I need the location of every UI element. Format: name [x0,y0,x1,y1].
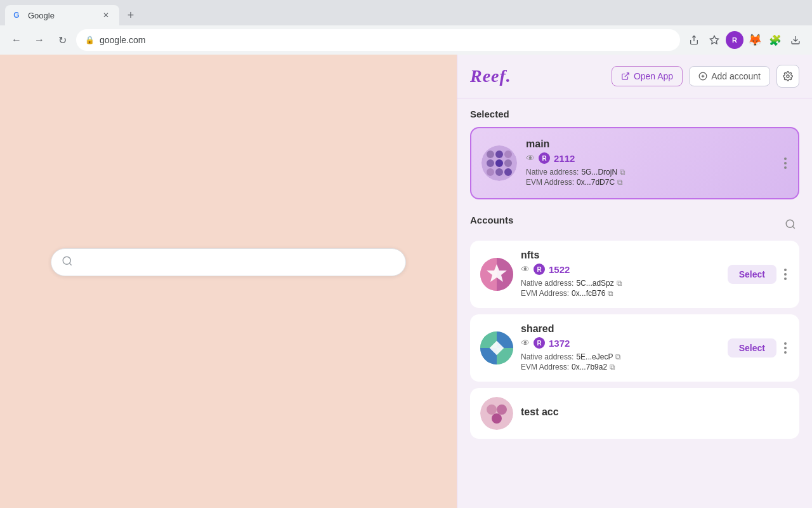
main-avatar-svg [481,145,517,181]
evm-address-label: EVM Address: [526,178,574,187]
shared-balance-number: 1372 [549,338,570,349]
svg-point-9 [495,150,503,158]
download-icon[interactable] [787,31,804,49]
nfts-account-name: nfts [521,250,720,261]
shared-reef-token-icon: R [534,337,545,349]
shared-account-info: shared 👁 R 1372 Native address: 5E...eJe… [521,323,720,373]
nfts-account-info: nfts 👁 R 1522 Native address: 5C...adSpz… [521,250,720,299]
nfts-more-button[interactable] [782,266,789,283]
selected-account-avatar [481,145,517,181]
reef-panel: Reef. Open App Add account [457,55,812,508]
settings-button[interactable] [776,65,799,88]
svg-point-10 [504,150,512,158]
nfts-evm-label: EVM Address: [521,289,569,298]
evm-address-value: 0x...7dD7C [577,178,615,187]
selected-account-card: main 👁 R 2112 Native address: 5G...DrojN… [470,127,799,199]
copy-shared-evm-icon[interactable]: ⧉ [610,363,615,371]
shared-card-actions: Select [728,338,789,358]
copy-shared-native-icon[interactable]: ⧉ [615,352,621,361]
test-avatar [480,397,513,430]
native-address-label: Native address: [526,168,579,177]
puzzle-icon[interactable]: 🧩 [766,31,784,49]
tab-title: Google [28,11,95,20]
svg-text:G: G [13,11,19,20]
tab-favicon: G [13,10,23,20]
tab-bar: G Google ✕ + [0,0,812,25]
shared-native-address-row: Native address: 5E...eJecP ⧉ [521,352,720,361]
selected-account-name: main [526,138,788,150]
svg-point-33 [492,413,502,424]
reef-token-icon: R [539,152,550,164]
copy-nfts-evm-icon[interactable]: ⧉ [608,289,613,298]
panel-body: Selected [457,98,812,508]
copy-evm-address-icon[interactable]: ⧉ [617,178,623,187]
share-icon[interactable] [685,31,703,49]
url-bar[interactable]: 🔒 google.com [76,29,680,51]
native-address-value: 5G...DrojN [581,168,617,177]
svg-point-15 [495,168,503,176]
address-bar: ← → ↻ 🔒 google.com R 🦊 🧩 [0,25,812,55]
new-tab-button[interactable]: + [122,6,140,24]
selected-account-more-button[interactable] [782,155,789,171]
google-search-bar[interactable] [51,248,406,276]
nfts-avatar [480,258,513,291]
accounts-section: Accounts [470,215,799,439]
page-content: Reef. Open App Add account [0,55,812,508]
external-link-icon [621,72,630,81]
shared-select-button[interactable]: Select [728,338,776,358]
svg-point-8 [487,150,494,158]
svg-point-6 [787,75,789,77]
shared-evm-address-row: EVM Address: 0x...7b9a2 ⧉ [521,363,720,371]
nfts-balance-number: 1522 [549,264,570,275]
svg-point-11 [487,159,494,167]
shared-evm-value: 0x...7b9a2 [572,363,607,371]
metamask-icon[interactable]: 🦊 [746,31,764,49]
bookmark-icon[interactable] [705,31,723,49]
back-button[interactable]: ← [8,31,25,49]
account-card-test: test acc [470,388,799,439]
copy-native-address-icon[interactable]: ⧉ [620,168,625,177]
svg-marker-1 [710,36,718,44]
url-text: google.com [100,35,145,45]
shared-evm-label: EVM Address: [521,363,569,371]
refresh-button[interactable]: ↻ [53,31,71,49]
reef-header: Reef. Open App Add account [457,55,812,98]
nfts-native-label: Native address: [521,279,573,288]
nfts-select-button[interactable]: Select [728,265,776,284]
shared-account-balance: 👁 R 1372 [521,337,720,349]
tab-close-button[interactable]: ✕ [100,10,112,21]
svg-point-14 [487,168,494,176]
svg-point-16 [504,168,512,176]
add-account-button[interactable]: Add account [689,66,770,86]
forward-button[interactable]: → [30,31,48,49]
accounts-search-button[interactable] [782,215,799,233]
open-app-button[interactable]: Open App [612,66,683,86]
nfts-reef-token-icon: R [534,264,545,275]
active-tab[interactable]: G Google ✕ [5,5,119,25]
nfts-visibility-icon: 👁 [521,264,530,274]
shared-native-value: 5E...eJecP [576,352,613,361]
reef-profile-icon[interactable]: R [726,31,743,49]
shared-account-name: shared [521,323,720,335]
svg-point-31 [487,404,497,415]
shared-more-button[interactable] [782,340,789,356]
svg-point-13 [504,159,512,167]
search-accounts-icon [785,218,796,230]
account-card-nfts: nfts 👁 R 1522 Native address: 5C...adSpz… [470,241,799,308]
nfts-native-value: 5C...adSpz [576,279,613,288]
lock-icon: 🔒 [85,36,95,44]
svg-point-17 [786,220,794,227]
svg-point-32 [497,404,507,415]
test-account-info: test acc [521,406,789,420]
reef-logo: Reef. [470,66,511,86]
nfts-account-balance: 👁 R 1522 [521,264,720,275]
gear-icon [783,71,793,81]
header-actions: Open App Add account [612,65,799,88]
selected-label: Selected [470,109,799,119]
nfts-native-address-row: Native address: 5C...adSpz ⧉ [521,279,720,288]
visibility-icon: 👁 [526,153,535,163]
copy-nfts-native-icon[interactable]: ⧉ [617,279,622,288]
test-account-name: test acc [521,406,789,418]
google-search-area [0,55,457,508]
svg-point-2 [63,257,70,264]
